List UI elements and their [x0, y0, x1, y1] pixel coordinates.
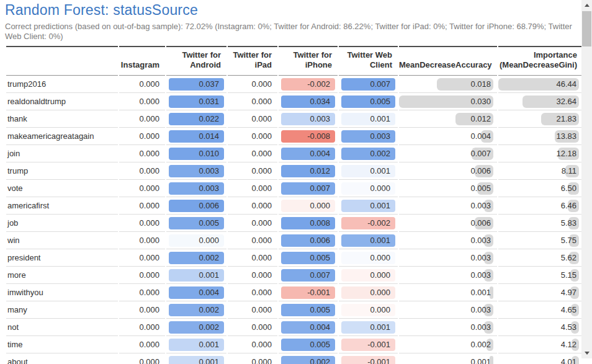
value-pill: 0.000 [169, 234, 224, 247]
scroll-up-icon[interactable] [581, 0, 592, 11]
bar-value: 0.006 [399, 217, 493, 229]
table-row[interactable]: more0.0000.0010.0000.0070.0000.0035.15 [6, 267, 583, 284]
column-header-importance[interactable]: Importance (MeanDecreaseGini) [498, 46, 583, 76]
cell-twitter-web-client: -0.002 [339, 215, 398, 232]
column-header-twitter-android[interactable]: Twitter for Android [166, 46, 226, 76]
cell-instagram: 0.000 [119, 197, 165, 215]
cell-instagram: 0.000 [119, 353, 165, 364]
cell-twitter-android: 0.031 [166, 93, 226, 110]
cell-twitter-android: 0.010 [166, 145, 226, 162]
cell-importance: 4.01 [498, 353, 583, 364]
color-bar-wrap: 0.006 [399, 165, 493, 177]
column-header-twitter-web-client[interactable]: Twitter Web Client [339, 46, 398, 76]
cell-mean-decrease-accuracy: 0.003 [399, 301, 497, 319]
cell-importance: 8.11 [498, 162, 583, 180]
cell-twitter-web-client: 0.001 [339, 162, 398, 180]
prediction-summary-text: Correct predictions (based on out-of-bag… [5, 22, 578, 42]
cell-twitter-web-client: 0.000 [339, 284, 398, 301]
table-row[interactable]: trump0.0000.0030.0000.0120.0010.0068.11 [6, 162, 583, 180]
cell-twitter-ipad: 0.000 [228, 110, 277, 128]
bar-value: 0.003 [399, 200, 493, 212]
bar-value: 4.97 [498, 286, 579, 299]
cell-instagram: 0.000 [119, 93, 165, 110]
table-row[interactable]: americafirst0.0000.0060.0000.0000.0010.0… [6, 197, 583, 215]
cell-twitter-android: 0.003 [166, 180, 226, 197]
table-row[interactable]: not0.0000.0020.0000.0040.0010.0034.53 [6, 319, 583, 336]
table-row[interactable]: many0.0000.0020.0000.0050.0000.0034.65 [6, 301, 583, 319]
color-bar-wrap: 0.003 [399, 252, 493, 264]
column-header-term[interactable] [6, 46, 118, 76]
cell-twitter-iphone: 0.000 [279, 197, 338, 215]
cell-twitter-ipad: 0.000 [228, 197, 277, 215]
column-header-mean-decrease-accuracy[interactable]: MeanDecreaseAccuracy [399, 46, 497, 76]
table-row[interactable]: join0.0000.0100.0000.0040.0020.00712.18 [6, 145, 583, 162]
value-pill: -0.008 [281, 130, 335, 143]
cell-instagram: 0.000 [119, 76, 165, 93]
table-row[interactable]: makeamericagreatagain0.0000.0140.000-0.0… [6, 128, 583, 145]
color-bar-wrap: 0.003 [399, 269, 493, 282]
cell-twitter-web-client: 0.000 [339, 249, 398, 267]
bar-value: 46.44 [498, 78, 579, 91]
color-bar-wrap: 0.006 [399, 217, 493, 229]
cell-twitter-android: 0.003 [166, 162, 226, 180]
color-bar-wrap: 5.83 [498, 217, 579, 229]
cell-mean-decrease-accuracy: 0.003 [399, 319, 497, 336]
cell-twitter-ipad: 0.000 [228, 249, 277, 267]
cell-twitter-web-client: 0.001 [339, 319, 398, 336]
table-row[interactable]: president0.0000.0020.0000.0050.0000.0035… [6, 249, 583, 267]
color-bar-wrap: 4.12 [498, 339, 579, 351]
cell-twitter-ipad: 0.000 [228, 336, 277, 353]
main-content: Random Forest: statusSource Correct pred… [0, 0, 581, 364]
color-bar-wrap: 0.003 [399, 200, 493, 212]
cell-instagram: 0.000 [119, 267, 165, 284]
cell-twitter-ipad: 0.000 [228, 93, 277, 110]
bar-value: 0.012 [399, 113, 493, 125]
cell-mean-decrease-accuracy: 0.004 [399, 128, 497, 145]
table-row[interactable]: realdonaldtrump0.0000.0310.0000.0340.005… [6, 93, 583, 110]
table-row[interactable]: time0.0000.0010.0000.005-0.0010.0024.12 [6, 336, 583, 353]
value-pill: 0.001 [341, 113, 395, 125]
table-row[interactable]: imwithyou0.0000.0040.000-0.0010.0000.001… [6, 284, 583, 301]
color-bar-wrap: 5.75 [498, 234, 579, 247]
cell-twitter-ipad: 0.000 [228, 215, 277, 232]
cell-twitter-android: 0.000 [166, 232, 226, 249]
bar-value: 0.007 [399, 148, 493, 160]
value-pill: 0.003 [169, 182, 224, 195]
column-header-instagram[interactable]: Instagram [119, 46, 165, 76]
cell-instagram: 0.000 [119, 145, 165, 162]
importance-table: Instagram Twitter for Android Twitter fo… [5, 46, 584, 364]
cell-term: thank [6, 110, 118, 128]
color-bar-wrap: 0.001 [399, 286, 493, 299]
cell-twitter-android: 0.037 [166, 76, 226, 93]
table-row[interactable]: trump20160.0000.0370.000-0.0020.0070.018… [6, 76, 583, 93]
cell-term: vote [6, 180, 118, 197]
cell-importance: 5.15 [498, 267, 583, 284]
table-row[interactable]: about0.0000.0010.0000.002-0.0010.0014.01 [6, 353, 583, 364]
table-row[interactable]: thank0.0000.0220.0000.0030.0010.01221.83 [6, 110, 583, 128]
cell-twitter-ipad: 0.000 [228, 162, 277, 180]
column-header-twitter-iphone[interactable]: Twitter for iPhone [279, 46, 338, 76]
cell-twitter-android: 0.006 [166, 197, 226, 215]
bar-value: 5.83 [498, 217, 579, 229]
color-bar-wrap: 0.005 [399, 182, 493, 195]
bar-value: 0.003 [399, 321, 493, 334]
cell-importance: 5.83 [498, 215, 583, 232]
cell-importance: 4.12 [498, 336, 583, 353]
vertical-scrollbar[interactable] [581, 0, 592, 358]
cell-twitter-iphone: 0.003 [279, 110, 338, 128]
table-row[interactable]: vote0.0000.0030.0000.0070.0000.0056.50 [6, 180, 583, 197]
color-bar-wrap: 0.002 [399, 339, 493, 351]
cell-twitter-iphone: 0.007 [279, 267, 338, 284]
color-bar-wrap: 12.18 [498, 148, 579, 160]
cell-twitter-ipad: 0.000 [228, 128, 277, 145]
scroll-down-icon[interactable] [581, 348, 592, 358]
cell-importance: 4.53 [498, 319, 583, 336]
cell-mean-decrease-accuracy: 0.018 [399, 76, 497, 93]
scrollbar-thumb[interactable] [582, 11, 591, 47]
cell-twitter-iphone: 0.008 [279, 215, 338, 232]
table-row[interactable]: job0.0000.0050.0000.008-0.0020.0065.83 [6, 215, 583, 232]
value-pill: 0.002 [169, 304, 224, 316]
cell-twitter-web-client: 0.007 [339, 76, 398, 93]
column-header-twitter-ipad[interactable]: Twitter for iPad [228, 46, 277, 76]
table-row[interactable]: win0.0000.0000.0000.0060.0010.0035.75 [6, 232, 583, 249]
